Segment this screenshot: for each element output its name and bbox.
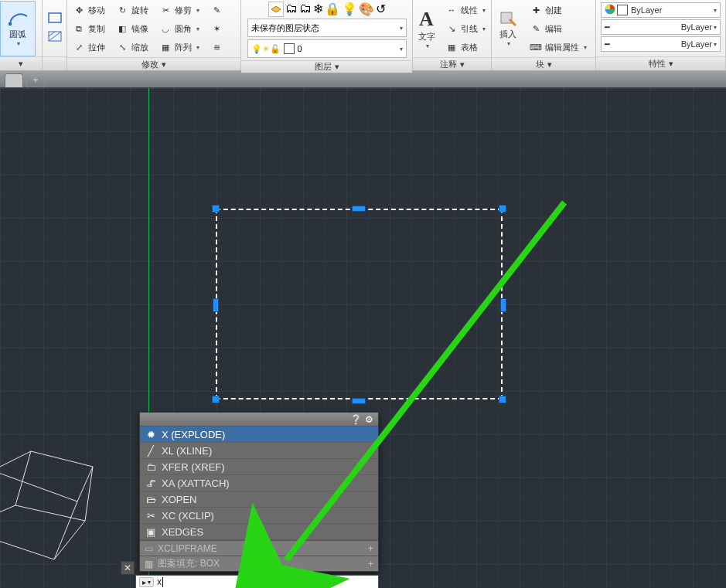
explode-button[interactable]: ✶: [207, 20, 226, 37]
trim-button[interactable]: ✂修剪▾: [156, 2, 203, 19]
stretch-button[interactable]: ⤢拉伸: [70, 39, 108, 56]
layer-freeze-icon[interactable]: ❄: [313, 2, 323, 17]
drawing-tab[interactable]: [5, 73, 23, 87]
plus-icon[interactable]: +: [368, 543, 373, 554]
autocomplete-item[interactable]: 🗀XFER (XREF): [140, 459, 378, 475]
autocomplete-item[interactable]: ▣XEDGES: [140, 524, 378, 540]
grip-mid-left[interactable]: [213, 298, 219, 312]
grip-mid-bottom[interactable]: [352, 398, 366, 404]
layer-state-input[interactable]: [251, 23, 398, 32]
scale-button[interactable]: ⤡缩放: [113, 39, 152, 56]
sun-icon: ☀: [262, 44, 270, 54]
command-autocomplete-popup: ❔ ⚙ ✹X (EXPLODE)╱XL (XLINE)🗀XFER (XREF)🖇…: [139, 412, 379, 572]
layer-color-swatch: [284, 43, 295, 54]
commandline-close-button[interactable]: ✕: [121, 561, 135, 575]
chevron-down-icon[interactable]: ▾: [460, 59, 465, 70]
autocomplete-section-xclipframe[interactable]: ▭XCLIPFRAME +: [140, 540, 378, 556]
rectangle-icon[interactable]: [48, 12, 62, 26]
copy-button[interactable]: ⧉复制: [70, 20, 108, 37]
leader-icon: ↘: [445, 22, 458, 35]
autocomplete-section-hatch[interactable]: ▦图案填充: BOX +: [140, 556, 378, 571]
layer-state-combo[interactable]: ▾: [247, 19, 407, 37]
autocomplete-item[interactable]: ╱XL (XLINE): [140, 443, 378, 459]
autocomplete-item[interactable]: ✹X (EXPLODE): [140, 427, 378, 443]
scale-icon: ⤡: [116, 41, 128, 53]
chevron-down-icon[interactable]: ▾: [335, 62, 339, 72]
array-button[interactable]: ▦阵列▾: [156, 39, 203, 56]
chevron-down-icon: ▾: [714, 41, 717, 48]
grip-top-right[interactable]: [499, 205, 506, 212]
edit-block-icon: ✎: [530, 22, 542, 35]
ribbon-group-block: 插入 ▾ ✚创建 ✎编辑 ⌨编辑属性▾ 块▾: [492, 0, 596, 70]
arc-label: 圆弧: [9, 29, 26, 40]
leader-button[interactable]: ↘引线▾: [442, 20, 489, 37]
chevron-down-icon: ▾: [400, 46, 403, 53]
commandline-input-text: x: [157, 576, 162, 587]
arc-button[interactable]: 圆弧 ▾: [0, 1, 36, 56]
array-icon: ▦: [159, 41, 172, 53]
expand-icon[interactable]: ▾: [19, 59, 23, 69]
autocomplete-item[interactable]: 🖇XA (XATTACH): [140, 475, 378, 491]
chevron-down-icon: ▾: [714, 24, 717, 31]
grip-bottom-right[interactable]: [499, 396, 506, 403]
rotate-button[interactable]: ↻旋转: [113, 2, 152, 19]
commandline[interactable]: ▸ ▾ x: [135, 575, 379, 588]
block-attr-edit-button[interactable]: ⌨编辑属性▾: [527, 39, 590, 56]
chevron-down-icon[interactable]: ▾: [162, 59, 166, 70]
selection-rectangle[interactable]: [216, 209, 503, 399]
hatch-icon[interactable]: [48, 31, 62, 45]
grip-mid-top[interactable]: [352, 206, 366, 212]
color-swatch: [617, 5, 628, 15]
grip-bottom-left[interactable]: [212, 396, 220, 403]
block-edit-button[interactable]: ✎编辑: [527, 20, 590, 37]
svg-rect-0: [9, 22, 12, 25]
help-icon[interactable]: ❔: [350, 414, 362, 425]
offset-button[interactable]: ≋: [207, 39, 226, 56]
chevron-down-icon: ▾: [400, 25, 403, 32]
layer-lock-icon[interactable]: 🔒: [325, 2, 340, 17]
chevron-down-icon[interactable]: ▾: [148, 579, 151, 586]
dim-linear-button[interactable]: ↔线性▾: [442, 2, 489, 19]
autocomplete-item[interactable]: 🗁XOPEN: [140, 491, 378, 508]
grip-top-left[interactable]: [212, 205, 220, 212]
autocomplete-item-text: XFER (XREF): [162, 461, 225, 473]
gear-icon[interactable]: ⚙: [365, 414, 373, 425]
layer-off-icon[interactable]: 💡: [342, 2, 357, 17]
chevron-down-icon[interactable]: ▾: [669, 59, 673, 69]
ribbon-group-modify: ✥移动 ⧉复制 ⤢拉伸 ↻旋转 ◧镜像 ⤡缩放 ✂修剪▾ ◡圆角▾ ▦阵列▾ ✎…: [67, 0, 241, 70]
autocomplete-item-text: XC (XCLIP): [162, 510, 214, 522]
insert-icon: [499, 10, 517, 29]
rotate-icon: ↻: [116, 4, 128, 16]
annotate-title: 注释: [440, 59, 457, 70]
mirror-button[interactable]: ◧镜像: [113, 20, 152, 37]
layer-match-icon[interactable]: 🎨: [359, 2, 374, 17]
erase-button[interactable]: ✎: [207, 2, 226, 19]
ribbon-group-properties: ByLayer▾ ━ ByLayer▾ ━ ByLayer▾ 特性▾: [596, 0, 726, 70]
lineweight-combo[interactable]: ━ ByLayer▾: [601, 19, 721, 35]
linetype-combo[interactable]: ━ ByLayer▾: [601, 36, 721, 52]
text-button[interactable]: A 文字 ▾: [413, 1, 440, 56]
move-button[interactable]: ✥移动: [70, 2, 108, 19]
chevron-down-icon[interactable]: ▾: [547, 59, 552, 70]
layer-current-combo[interactable]: 💡 ☀ 🔓 ▾: [247, 39, 407, 58]
layer-name-input[interactable]: [298, 44, 398, 53]
plus-icon[interactable]: +: [368, 559, 373, 569]
layer-states-icon[interactable]: 🗂: [285, 2, 298, 17]
copy-icon: ⧉: [73, 22, 85, 35]
svg-rect-1: [49, 13, 61, 22]
autocomplete-item[interactable]: ✂XC (XCLIP): [140, 508, 378, 524]
layer-prop-icon[interactable]: [268, 2, 284, 17]
table-button[interactable]: ▦表格: [442, 39, 489, 56]
autocomplete-header: ❔ ⚙: [140, 413, 378, 427]
hatch-icon: ▦: [145, 559, 153, 569]
fillet-button[interactable]: ◡圆角▾: [156, 20, 203, 37]
layer-prev-icon[interactable]: ↺: [376, 2, 386, 17]
block-create-button[interactable]: ✚创建: [527, 2, 590, 19]
commandline-prompt-icon: ▸: [142, 578, 146, 586]
color-combo[interactable]: ByLayer▾: [601, 2, 721, 18]
insert-button[interactable]: 插入 ▾: [492, 1, 524, 56]
new-drawing-tab[interactable]: +: [26, 73, 45, 87]
autocomplete-item-text: XL (XLINE): [162, 445, 212, 457]
layer-iso-icon[interactable]: 🗂: [299, 2, 312, 17]
grip-mid-right[interactable]: [500, 298, 506, 312]
